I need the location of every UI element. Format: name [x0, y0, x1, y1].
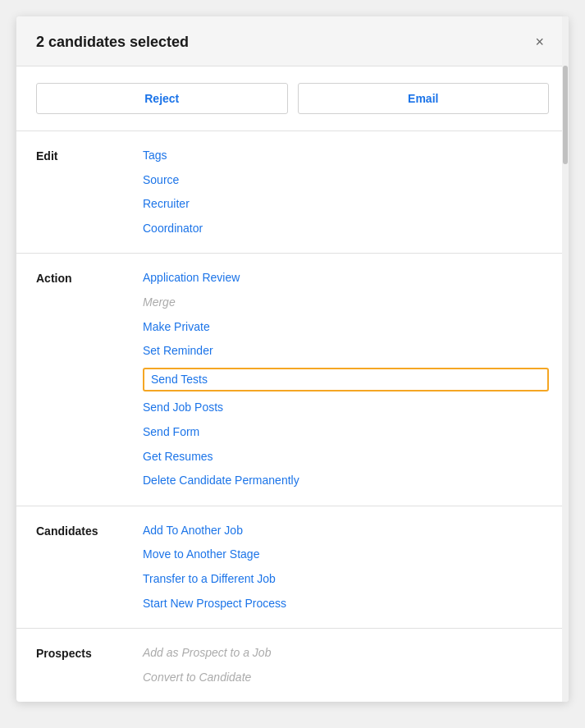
- send-job-posts-link[interactable]: Send Job Posts: [143, 400, 549, 416]
- action-section-links: Application Review Merge Make Private Se…: [143, 270, 549, 488]
- application-review-link[interactable]: Application Review: [143, 270, 549, 286]
- bulk-action-panel: 2 candidates selected × Reject Email Edi…: [16, 16, 569, 702]
- candidates-section: Candidates Add To Another Job Move to An…: [16, 506, 569, 629]
- get-resumes-link[interactable]: Get Resumes: [143, 449, 549, 465]
- merge-link: Merge: [143, 295, 549, 311]
- candidates-section-links: Add To Another Job Move to Another Stage…: [143, 523, 549, 611]
- prospects-section-links: Add as Prospect to a Job Convert to Cand…: [143, 645, 549, 685]
- add-to-another-job-link[interactable]: Add To Another Job: [143, 523, 549, 539]
- edit-section-label: Edit: [36, 148, 143, 236]
- edit-coordinator-link[interactable]: Coordinator: [143, 221, 549, 237]
- transfer-to-different-job-link[interactable]: Transfer to a Different Job: [143, 571, 549, 588]
- edit-tags-link[interactable]: Tags: [143, 148, 549, 164]
- email-button[interactable]: Email: [298, 83, 550, 114]
- panel-header: 2 candidates selected ×: [16, 16, 569, 66]
- send-tests-link[interactable]: Send Tests: [143, 368, 549, 392]
- move-to-another-stage-link[interactable]: Move to Another Stage: [143, 547, 549, 563]
- panel-content: Reject Email Edit Tags Source Recruiter …: [16, 66, 569, 702]
- edit-recruiter-link[interactable]: Recruiter: [143, 196, 549, 213]
- scrollbar-track: [562, 16, 569, 702]
- convert-to-candidate-link: Convert to Candidate: [143, 670, 549, 686]
- set-reminder-link[interactable]: Set Reminder: [143, 343, 549, 359]
- edit-section: Edit Tags Source Recruiter Coordinator: [16, 131, 569, 254]
- scrollbar-thumb[interactable]: [563, 66, 568, 164]
- panel-title: 2 candidates selected: [36, 34, 189, 51]
- close-button[interactable]: ×: [530, 33, 549, 51]
- reject-button[interactable]: Reject: [36, 83, 288, 114]
- start-new-prospect-process-link[interactable]: Start New Prospect Process: [143, 596, 549, 612]
- action-section-label: Action: [36, 270, 143, 488]
- top-action-buttons: Reject Email: [16, 66, 569, 131]
- add-as-prospect-link: Add as Prospect to a Job: [143, 645, 549, 662]
- prospects-section: Prospects Add as Prospect to a Job Conve…: [16, 629, 569, 702]
- edit-section-links: Tags Source Recruiter Coordinator: [143, 148, 549, 236]
- delete-candidate-link[interactable]: Delete Candidate Permanently: [143, 473, 549, 489]
- action-section: Action Application Review Merge Make Pri…: [16, 254, 569, 506]
- send-form-link[interactable]: Send Form: [143, 424, 549, 441]
- candidates-section-label: Candidates: [36, 523, 143, 611]
- make-private-link[interactable]: Make Private: [143, 319, 549, 336]
- edit-source-link[interactable]: Source: [143, 172, 549, 189]
- prospects-section-label: Prospects: [36, 645, 143, 685]
